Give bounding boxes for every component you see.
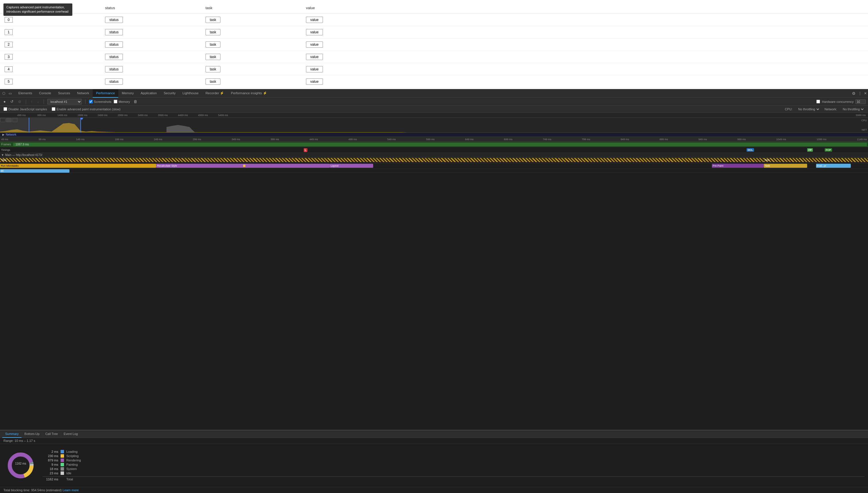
painting-swatch — [61, 463, 64, 466]
status-button[interactable]: status — [105, 66, 123, 72]
task-small-bar: Task — [764, 164, 807, 168]
table-header: status task value — [0, 2, 868, 14]
network-throttle-select[interactable]: No throttling — [842, 107, 865, 111]
tab-network[interactable]: Network — [73, 89, 92, 98]
tab-recorder[interactable]: Recorder ⚡ — [202, 89, 228, 98]
value-button[interactable]: value — [306, 41, 323, 48]
network-expand-icon[interactable]: ▶ — [2, 133, 5, 136]
row-id: 0 — [0, 16, 100, 24]
value-button[interactable]: value — [306, 54, 323, 60]
status-button[interactable]: status — [105, 29, 123, 35]
pre-paint-bar: Pre-Paint — [712, 164, 764, 168]
row-id: 4 — [0, 65, 100, 73]
value-button[interactable]: value — [306, 17, 323, 23]
tab-performance[interactable]: Performance — [93, 89, 118, 98]
memory-checkbox[interactable] — [114, 100, 117, 103]
timeline-area: 499 ms 999 ms 1499 ms 1999 ms 2499 ms 29… — [0, 113, 868, 430]
task-bar-right: Task — [764, 158, 868, 162]
row-value-cell: value — [301, 28, 402, 37]
row-task-cell: task — [201, 28, 301, 37]
main-expand-icon[interactable]: ▼ — [1, 153, 4, 156]
donut-svg: 1162 ms — [6, 451, 35, 480]
task-button[interactable]: task — [206, 66, 221, 72]
row-status-cell: status — [100, 65, 201, 73]
hw-concurrency-checkbox[interactable] — [816, 100, 820, 103]
overview-ruler: 499 ms 999 ms 1499 ms 1999 ms 2499 ms 29… — [0, 113, 868, 118]
settings-icon[interactable]: ⚙ — [852, 91, 856, 96]
cpu-network-section: CPU: No throttling Network: No throttlin… — [785, 107, 865, 111]
row-value-cell: value — [301, 40, 402, 49]
inspect-icon[interactable]: ⬡ — [1, 91, 6, 96]
tab-performance-insights[interactable]: Performance insights ⚡ — [227, 89, 270, 98]
toolbar-separator-3 — [85, 100, 86, 104]
tab-sources[interactable]: Sources — [54, 89, 73, 98]
main-track-subtask: Run Microtasks Recalculate Style Layout … — [0, 163, 868, 169]
overview-cpu-area[interactable]: CPU NET — [0, 118, 868, 133]
task-button[interactable]: task — [206, 54, 221, 60]
toolbar-separator-1 — [26, 100, 26, 104]
export-button[interactable]: ↓ — [36, 99, 40, 104]
bottom-panel: Summary Bottom-Up Call Tree Event Log Ra… — [0, 430, 868, 493]
more-icon[interactable]: ⋮ — [858, 91, 862, 96]
task-button[interactable]: task — [206, 41, 221, 48]
scripting-swatch — [61, 454, 64, 458]
row-id: 1 — [0, 28, 100, 36]
tab-console[interactable]: Console — [36, 89, 54, 98]
screenshots-checkbox-label[interactable]: Screenshots — [89, 100, 111, 103]
svg-marker-5 — [166, 125, 195, 132]
status-button[interactable]: status — [105, 54, 123, 60]
task-button[interactable]: task — [206, 79, 221, 85]
task-button[interactable]: task — [206, 29, 221, 35]
value-button[interactable]: value — [306, 66, 323, 72]
row-id: 2 — [0, 41, 100, 48]
stop-button[interactable]: ⊘ — [17, 99, 22, 104]
device-icon[interactable]: ▭ — [7, 91, 13, 96]
disable-js-samples-label[interactable]: Disable JavaScript samples — [3, 107, 47, 111]
tab-application[interactable]: Application — [137, 89, 160, 98]
hw-concurrency-section: Hardware concurrency — [816, 100, 866, 104]
screenshot-strip — [0, 118, 868, 122]
close-icon[interactable]: ✕ — [864, 91, 867, 95]
enable-paint-checkbox[interactable] — [52, 107, 55, 111]
hw-concurrency-input[interactable] — [855, 100, 866, 104]
clear-button[interactable]: 🗑 — [132, 99, 138, 104]
tab-call-tree[interactable]: Call Tree — [43, 430, 61, 438]
system-swatch — [61, 467, 64, 471]
disable-js-samples-checkbox[interactable] — [3, 107, 7, 111]
devtools-right-buttons: ⚙ ⋮ ✕ — [852, 91, 867, 96]
tab-bottom-up[interactable]: Bottom-Up — [22, 430, 43, 438]
url-select[interactable]: localhost #1 — [47, 99, 82, 105]
tab-lighthouse[interactable]: Lighthouse — [179, 89, 202, 98]
task-button[interactable]: task — [206, 17, 221, 23]
record-button[interactable]: ● — [2, 99, 7, 104]
rendering-swatch — [61, 458, 64, 462]
memory-checkbox-label[interactable]: Memory — [114, 100, 130, 103]
row-task-cell: task — [201, 77, 301, 86]
status-button[interactable]: status — [105, 79, 123, 85]
tab-memory[interactable]: Memory — [118, 89, 137, 98]
screenshots-checkbox[interactable] — [89, 100, 93, 103]
bottom-tab-bar: Summary Bottom-Up Call Tree Event Log — [0, 430, 868, 438]
cpu-throttle-select[interactable]: No throttling — [797, 107, 820, 111]
learn-more-link[interactable]: Learn more — [63, 488, 79, 492]
status-button[interactable]: status — [105, 17, 123, 23]
enable-paint-label[interactable]: Enable advanced paint instrumentation (s… — [52, 107, 120, 111]
col-task: task — [201, 5, 301, 11]
timings-row: Timings L DCL FP FCP — [0, 147, 868, 153]
frames-label: Frames — [1, 143, 11, 146]
row-task-cell: task — [201, 16, 301, 24]
row-status-cell: status — [100, 28, 201, 37]
value-button[interactable]: value — [306, 29, 323, 35]
range-text: Range: 10 ms – 1.17 s — [0, 438, 868, 444]
fi-bar: $fi — [0, 169, 69, 173]
donut-chart-container: 1162 ms — [3, 446, 38, 485]
legend-total: 1162 ms Total — [43, 476, 865, 481]
value-button[interactable]: value — [306, 79, 323, 85]
import-button[interactable]: ↑ — [29, 99, 34, 104]
status-button[interactable]: status — [105, 41, 123, 48]
tab-security[interactable]: Security — [160, 89, 179, 98]
reload-record-button[interactable]: ↺ — [9, 99, 15, 104]
tab-elements[interactable]: Elements — [15, 89, 36, 98]
tab-summary[interactable]: Summary — [2, 430, 22, 438]
tab-event-log[interactable]: Event Log — [61, 430, 81, 438]
